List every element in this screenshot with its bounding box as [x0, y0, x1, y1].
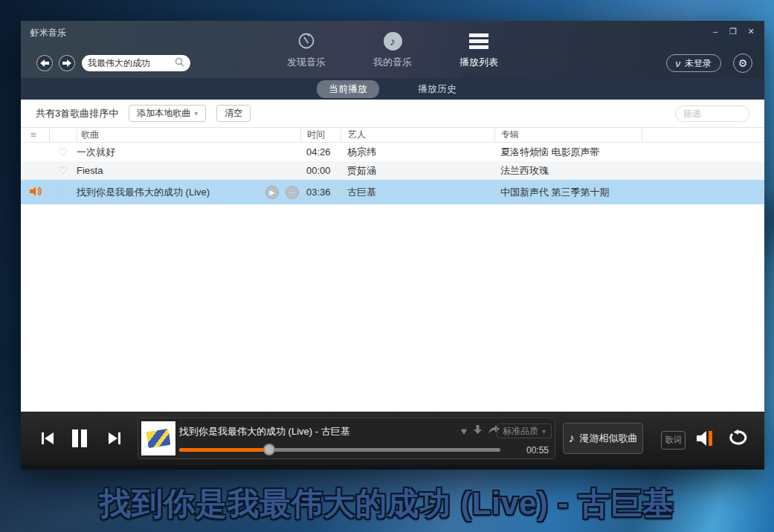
xiami-music-window: 虾米音乐 – ❐ ✕ 发现音: [21, 21, 764, 470]
login-button[interactable]: ν 未登录: [666, 54, 722, 72]
gear-icon: ⚙: [738, 57, 748, 69]
nav-label: 我的音乐: [373, 56, 412, 69]
song-duration: 03:36: [300, 186, 341, 198]
table-row[interactable]: ♡ Fiesta 00:00 贾茹涵 法兰西玫瑰: [21, 161, 764, 180]
song-artist: 杨宗纬: [341, 146, 494, 159]
music-note-circle-icon: ♪: [384, 31, 402, 51]
elapsed-time: 00:55: [526, 445, 549, 455]
pause-icon: [70, 428, 89, 449]
row-actions: ▶ ···: [265, 186, 299, 199]
favorite-heart-icon[interactable]: ♡: [49, 164, 77, 178]
roam-similar-songs-button[interactable]: ♪ 漫游相似歌曲: [563, 423, 643, 454]
playlist-bars-icon: [469, 31, 488, 51]
main-nav: 发现音乐 ♪ 我的音乐 播放列表: [21, 31, 764, 69]
table-row[interactable]: ♡ 一次就好 04:26 杨宗纬 夏洛特烦恼 电影原声带: [21, 143, 764, 161]
nav-item-my-music[interactable]: ♪ 我的音乐: [369, 31, 416, 69]
favorite-column-header: [49, 128, 77, 142]
chevron-down-icon: ▾: [542, 427, 546, 435]
login-label: 未登录: [685, 57, 712, 70]
add-local-songs-button[interactable]: 添加本地歌曲 ▾: [129, 105, 206, 122]
nav-label: 播放列表: [459, 56, 498, 69]
active-nav-pointer: [461, 72, 474, 78]
song-title: Fiesta: [77, 165, 300, 176]
song-artist: 古巨基: [341, 186, 494, 199]
song-duration: 00:00: [300, 165, 341, 176]
music-note-icon: ♪: [569, 432, 575, 445]
lyrics-button[interactable]: 歌词: [661, 431, 686, 450]
previous-track-button[interactable]: [40, 431, 55, 446]
favorite-heart-icon[interactable]: ♡: [49, 146, 77, 159]
previous-icon: [40, 431, 55, 446]
song-album: 法兰西玫瑰: [494, 164, 642, 178]
filter-input[interactable]: [675, 106, 749, 122]
progress-fill: [179, 448, 269, 452]
download-icon[interactable]: [473, 425, 483, 436]
player-track-title: 找到你是我最伟大的成功 (Live) - 古巨基: [179, 425, 350, 438]
song-title: 找到你是我最伟大的成功 (Live): [77, 186, 210, 198]
desktop-lyrics-text: 找到你是我最伟大的成功 (Live) - 古巨基: [0, 483, 774, 525]
settings-button[interactable]: ⚙: [733, 53, 752, 73]
row-more-button[interactable]: ···: [286, 186, 299, 199]
repeat-icon: [727, 429, 749, 447]
playlist-table: ≡ 歌曲 时间 艺人 专辑 ♡ 一次就好 04:26 杨宗纬 夏洛特烦恼 电影原…: [21, 128, 764, 412]
nav-item-playlist[interactable]: 播放列表: [455, 31, 503, 69]
table-header-row: ≡ 歌曲 时间 艺人 专辑: [21, 128, 764, 143]
column-header-song[interactable]: 歌曲: [77, 128, 300, 142]
now-playing-speaker-icon: [21, 186, 49, 199]
nav-label: 发现音乐: [287, 56, 326, 69]
song-title: 一次就好: [77, 146, 300, 159]
playlist-tabstrip: 当前播放 播放历史: [21, 78, 764, 100]
album-art[interactable]: [141, 421, 175, 455]
xiami-v-icon: ν: [676, 58, 681, 69]
add-local-songs-label: 添加本地歌曲: [137, 107, 190, 120]
player-bar: 找到你是我最伟大的成功 (Live) - 古巨基 ♥ 标准品质 ▾ 00:55: [21, 412, 764, 465]
column-header-time[interactable]: 时间: [300, 128, 341, 142]
column-header-artist[interactable]: 艺人: [341, 128, 494, 142]
roam-label: 漫游相似歌曲: [580, 432, 638, 445]
tab-now-playing[interactable]: 当前播放: [317, 80, 379, 98]
quality-selector[interactable]: 标准品质 ▾: [497, 424, 552, 438]
pause-button[interactable]: [70, 428, 89, 449]
compass-icon: [297, 31, 315, 51]
progress-bar[interactable]: [179, 448, 500, 452]
clear-playlist-button[interactable]: 清空: [216, 105, 251, 122]
volume-button[interactable]: [695, 430, 715, 447]
favorite-heart-icon[interactable]: ♡: [49, 186, 77, 199]
tab-play-history[interactable]: 播放历史: [406, 80, 468, 98]
table-row-selected-playing[interactable]: ♡ 找到你是我最伟大的成功 (Live) ▶ ··· 03:36 古巨基 中国新…: [21, 180, 764, 204]
row-play-button[interactable]: ▶: [265, 186, 279, 199]
volume-icon: [695, 430, 715, 447]
song-count-text: 共有3首歌曲排序中: [36, 107, 118, 120]
song-album: 中国新声代 第三季第十期: [494, 186, 642, 199]
song-artist: 贾茹涵: [341, 164, 494, 178]
album-logo: [146, 429, 171, 448]
song-album: 夏洛特烦恼 电影原声带: [494, 146, 642, 159]
column-header-extra: [642, 128, 764, 142]
quality-label: 标准品质: [503, 425, 538, 438]
track-action-icons: ♥: [461, 425, 500, 436]
song-duration: 04:26: [300, 146, 341, 158]
window-header: 虾米音乐 – ❐ ✕ 发现音: [21, 21, 764, 78]
playlist-toolbar: 共有3首歌曲排序中 添加本地歌曲 ▾ 清空: [21, 100, 764, 128]
drag-handle-icon[interactable]: ≡: [21, 128, 49, 142]
empty-list-area: [21, 204, 764, 412]
repeat-mode-button[interactable]: [727, 429, 749, 447]
progress-handle[interactable]: [263, 444, 275, 455]
love-heart-icon[interactable]: ♥: [461, 426, 467, 436]
column-header-album[interactable]: 专辑: [494, 128, 642, 142]
nav-item-discover[interactable]: 发现音乐: [283, 31, 330, 69]
clear-playlist-label: 清空: [225, 107, 242, 120]
next-track-button[interactable]: [107, 431, 122, 446]
chevron-down-icon: ▾: [194, 109, 198, 117]
next-icon: [107, 431, 122, 446]
now-playing-panel: 找到你是我最伟大的成功 (Live) - 古巨基 ♥ 标准品质 ▾ 00:55: [138, 418, 555, 459]
